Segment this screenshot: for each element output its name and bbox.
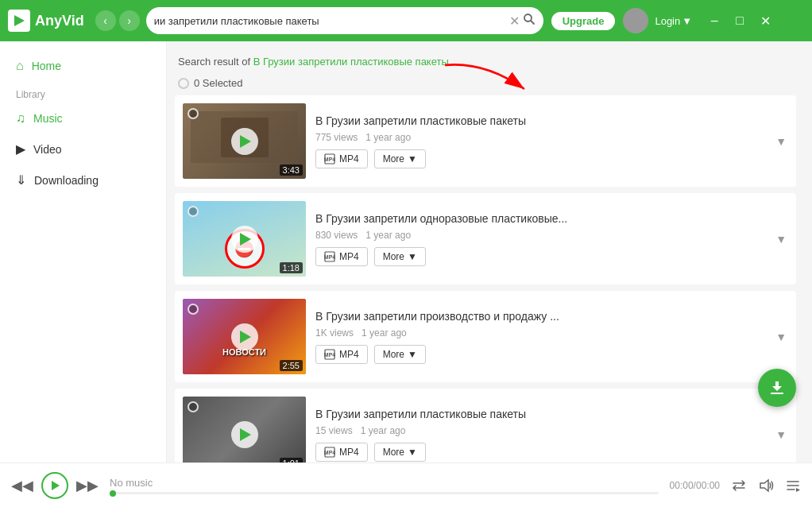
main-layout: ⌂ Home Library ♫ Music ▶ Video ⇓ Downloa… [0, 41, 812, 462]
sidebar-item-downloading[interactable]: ⇓ Downloading [0, 164, 166, 195]
duration-badge-4: 1:01 [280, 458, 303, 462]
download-fab[interactable] [758, 369, 796, 407]
play-icon [49, 480, 60, 491]
home-label: Home [32, 60, 61, 72]
expand-chevron-3[interactable]: ▼ [775, 331, 787, 343]
playlist-button[interactable] [785, 478, 801, 493]
result-meta-2: 830 views 1 year ago [315, 230, 788, 241]
mp4-icon-3: MP4 [324, 349, 335, 360]
result-title-1: В Грузии запретили пластиковые пакеты [315, 114, 788, 128]
music-icon: ♫ [16, 111, 25, 126]
more-button-2[interactable]: More ▼ [374, 247, 426, 266]
expand-chevron-2[interactable]: ▼ [775, 233, 787, 246]
mp4-icon-2: MP4 [324, 251, 335, 262]
playlist-icon [785, 478, 801, 493]
thumbnail-4[interactable]: 1:01 [183, 397, 306, 462]
svg-marker-13 [52, 481, 60, 490]
result-title-3: В Грузии запретили производство и продаж… [315, 309, 788, 323]
play-triangle-4 [240, 428, 251, 441]
avatar [623, 8, 648, 33]
result-item-4: 1:01 В Грузии запретили пластиковые паке… [175, 389, 796, 462]
svg-marker-18 [796, 488, 800, 492]
prev-button[interactable]: ◀◀ [11, 477, 33, 494]
next-button[interactable]: ▶▶ [76, 477, 99, 494]
svg-text:MP4: MP4 [324, 254, 335, 260]
result-actions-2: MP4 MP4 More ▼ [315, 247, 788, 266]
mp4-button-3[interactable]: MP4 MP4 [315, 345, 368, 364]
back-button[interactable]: ‹ [95, 10, 116, 31]
result-item: 3:43 В Грузии запретили пластиковые паке… [175, 95, 796, 187]
progress-bar[interactable] [110, 492, 659, 494]
result-info-4: В Грузии запретили пластиковые пакеты 15… [315, 407, 788, 461]
svg-text:MP4: MP4 [324, 450, 335, 455]
mp4-icon-1: MP4 [324, 153, 335, 164]
repeat-button[interactable] [731, 478, 747, 493]
selected-count-row: 0 Selected [175, 74, 796, 95]
play-button[interactable] [41, 472, 68, 499]
download-icon: ⇓ [16, 172, 26, 188]
thumbnail-2[interactable]: ⛔ 1:18 [183, 201, 306, 277]
play-overlay-2[interactable] [231, 226, 258, 253]
sidebar: ⌂ Home Library ♫ Music ▶ Video ⇓ Downloa… [0, 41, 167, 462]
login-button[interactable]: Login ▼ [655, 15, 692, 27]
search-input[interactable] [154, 15, 509, 27]
svg-marker-14 [760, 480, 768, 491]
play-overlay-3[interactable] [231, 323, 258, 350]
upgrade-button[interactable]: Upgrade [550, 10, 617, 32]
thumbnail-1[interactable]: 3:43 [183, 103, 306, 179]
sidebar-item-music[interactable]: ♫ Music [0, 103, 166, 134]
maximize-button[interactable]: □ [730, 11, 749, 30]
forward-button[interactable]: › [119, 10, 140, 31]
more-chevron-4: ▼ [408, 447, 417, 458]
more-button-3[interactable]: More ▼ [374, 345, 426, 364]
app-name: AnyVid [35, 13, 84, 29]
downloading-label: Downloading [34, 174, 99, 187]
result-title-4: В Грузии запретили пластиковые пакеты [315, 407, 788, 421]
result-actions-3: MP4 MP4 More ▼ [315, 345, 788, 364]
more-button-4[interactable]: More ▼ [374, 443, 426, 462]
sidebar-item-home[interactable]: ⌂ Home [0, 51, 166, 81]
close-button[interactable]: ✕ [756, 11, 775, 30]
search-clear-icon[interactable]: ✕ [509, 14, 520, 29]
select-radio-2[interactable] [188, 206, 199, 217]
select-all-radio[interactable] [178, 78, 189, 89]
music-label: Music [33, 112, 63, 125]
minimize-button[interactable]: – [705, 11, 724, 30]
result-meta-3: 1K views 1 year ago [315, 327, 788, 339]
duration-badge-3: 2:55 [280, 360, 303, 371]
volume-icon [758, 478, 774, 493]
sidebar-item-video[interactable]: ▶ Video [0, 134, 166, 164]
expand-chevron-4[interactable]: ▼ [775, 428, 787, 441]
login-dropdown-icon: ▼ [682, 15, 692, 27]
thumbnail-3[interactable]: НОВОСТИ 2:55 [183, 299, 306, 374]
mp4-icon-4: MP4 [324, 447, 335, 458]
svg-rect-12 [771, 393, 783, 394]
play-overlay-1[interactable] [231, 128, 258, 155]
download-fab-icon [768, 378, 787, 397]
login-label: Login [655, 15, 680, 27]
svg-marker-0 [14, 15, 25, 26]
mp4-button-1[interactable]: MP4 MP4 [315, 149, 368, 168]
expand-chevron-1[interactable]: ▼ [775, 135, 787, 148]
volume-button[interactable] [758, 478, 774, 493]
search-button[interactable] [523, 13, 536, 29]
result-info-1: В Грузии запретили пластиковые пакеты 77… [315, 114, 788, 168]
select-radio-4[interactable] [188, 401, 199, 412]
play-overlay-4[interactable] [231, 421, 258, 448]
more-chevron-2: ▼ [408, 251, 417, 262]
result-item-3: НОВОСТИ 2:55 В Грузии запретили производ… [175, 291, 796, 382]
header-prefix: Search result of [178, 56, 250, 68]
select-radio-1[interactable] [188, 108, 199, 119]
video-label: Video [33, 143, 62, 156]
select-radio-3[interactable] [188, 304, 199, 315]
video-icon: ▶ [16, 141, 25, 157]
progress-dot [110, 490, 116, 497]
repeat-icon [731, 478, 747, 493]
search-result-header: Search result of В Грузии запретили плас… [175, 49, 796, 74]
more-button-1[interactable]: More ▼ [374, 149, 426, 168]
mp4-button-2[interactable]: MP4 MP4 [315, 247, 368, 266]
result-info-3: В Грузии запретили производство и продаж… [315, 309, 788, 363]
mp4-button-4[interactable]: MP4 MP4 [315, 443, 368, 462]
title-bar: AnyVid ‹ › ✕ Upgrade Login ▼ – □ ✕ [0, 0, 812, 41]
track-info: No music [110, 477, 659, 494]
